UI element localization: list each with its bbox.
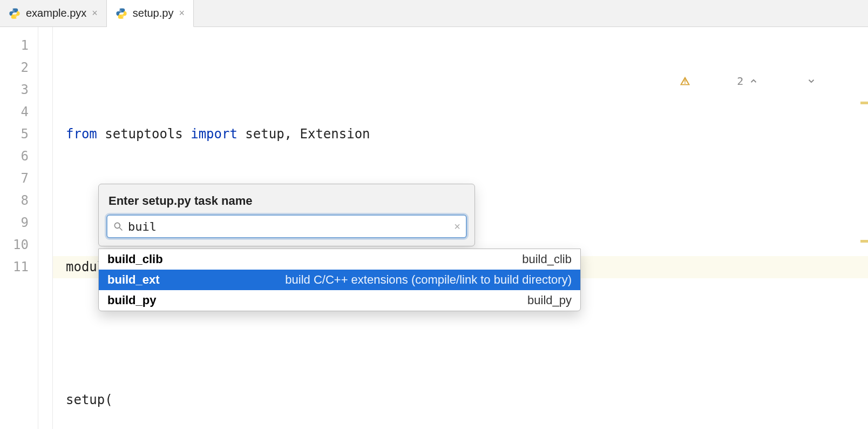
suggestion-name: build_clib [107, 252, 163, 266]
svg-rect-4 [684, 80, 686, 82]
line-number: 11 [0, 256, 52, 278]
scroll-marker[interactable] [860, 102, 868, 104]
svg-line-7 [120, 228, 123, 231]
suggestion-name: build_ext [107, 273, 160, 287]
tab-bar: example.pyx × setup.py × [0, 0, 868, 27]
gutter: 1 2 3 4 5 6 7 8 9 10 11 [0, 27, 53, 429]
tab-setup-py[interactable]: setup.py × [107, 0, 194, 27]
close-icon[interactable]: × [179, 8, 185, 19]
task-popup: Enter setup.py task name × [98, 184, 475, 246]
line-number: 8 [0, 190, 52, 212]
line-number: 6 [0, 145, 52, 167]
python-file-icon [9, 8, 21, 19]
code-line [66, 323, 868, 345]
svg-point-3 [123, 16, 124, 17]
suggestion-desc: build_py [527, 293, 572, 307]
suggestions-list: build_clib build_clib build_ext build C/… [98, 249, 581, 311]
warning-icon [680, 31, 731, 131]
search-field-wrap[interactable]: × [106, 215, 467, 238]
svg-point-6 [114, 223, 120, 228]
svg-point-2 [119, 9, 120, 10]
tab-example-pyx[interactable]: example.pyx × [0, 0, 107, 26]
suggestion-item[interactable]: build_clib build_clib [99, 249, 580, 270]
suggestion-name: build_py [107, 293, 156, 307]
clear-icon[interactable]: × [454, 220, 460, 233]
suggestion-desc: build_clib [522, 252, 572, 266]
inspection-widget[interactable]: 2 [680, 31, 858, 131]
search-input[interactable] [124, 220, 454, 233]
close-icon[interactable]: × [92, 8, 98, 19]
line-number: 2 [0, 57, 52, 79]
line-number: 4 [0, 101, 52, 123]
suggestion-item[interactable]: build_py build_py [99, 290, 580, 311]
line-number: 5 [0, 123, 52, 145]
svg-rect-5 [684, 83, 686, 84]
chevron-up-icon[interactable] [749, 32, 801, 130]
line-number: 9 [0, 212, 52, 234]
tab-label: example.pyx [26, 7, 86, 19]
search-icon [113, 221, 124, 232]
tab-label: setup.py [133, 7, 174, 19]
chevron-down-icon[interactable] [806, 32, 858, 130]
code-line: setup( [66, 389, 868, 411]
line-number: 10 [0, 234, 52, 256]
warning-count: 2 [737, 70, 743, 92]
scroll-marker[interactable] [860, 240, 868, 243]
line-number: 3 [0, 79, 52, 101]
line-number: 1 [0, 35, 52, 57]
svg-point-1 [16, 16, 17, 17]
popup-title: Enter setup.py task name [99, 184, 474, 215]
line-number: 7 [0, 167, 52, 190]
suggestion-desc: build C/C++ extensions (compile/link to … [285, 273, 572, 287]
suggestion-item[interactable]: build_ext build C/C++ extensions (compil… [99, 270, 580, 290]
svg-point-0 [12, 9, 13, 10]
python-file-icon [116, 8, 127, 19]
